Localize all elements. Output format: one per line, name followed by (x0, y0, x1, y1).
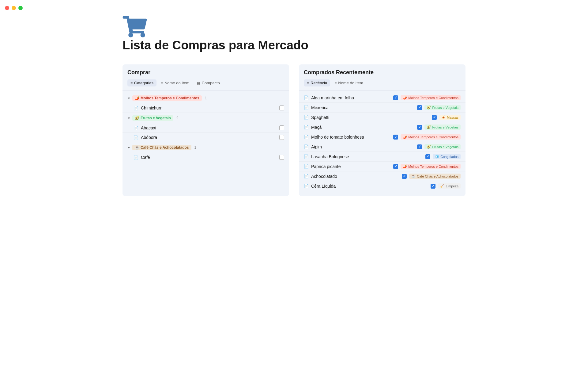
page-content: Lista de Compras para Mercado Comprar ≡ … (98, 16, 490, 220)
doc-icon-r8: 📄 (304, 174, 309, 178)
checkbox-r2[interactable] (432, 115, 437, 120)
badge-r2: 🍝 Massas (439, 115, 461, 120)
toggle-icon: ▼ (127, 97, 130, 100)
badge-r0: 🌶️ Molhos Temperos e Condimentos (401, 95, 461, 100)
molhos-badge: 🌶️ Molhos Temperos e Condimentos (132, 95, 202, 101)
comprar-table: ▼ 🌶️ Molhos Temperos e Condimentos 1 📄 C… (123, 90, 289, 165)
item-cafe[interactable]: 📄 Café (123, 153, 289, 162)
tab-nome-item[interactable]: ≡ Nome do Item (158, 79, 193, 86)
list-icon-3: ≡ (307, 81, 309, 85)
badge-r5: 🥑 Frutas e Vegetais (424, 144, 461, 149)
abobora-checkbox[interactable] (279, 135, 284, 140)
right-item-6[interactable]: 📄 Lasanha Bolognese 🧊 Congelados (299, 152, 466, 162)
checkbox-r9[interactable] (431, 184, 435, 189)
badge-r1: 🥑 Frutas e Vegetais (424, 105, 461, 110)
checkbox-r6[interactable] (425, 154, 430, 159)
checkbox-r4[interactable] (393, 135, 398, 140)
list-icon-2: ≡ (161, 81, 163, 85)
right-item-8[interactable]: 📄 Achocolatado ☕ Café Chás e Achocolatad… (299, 171, 466, 181)
tab-recencia[interactable]: ≡ Recência (304, 79, 330, 86)
checkbox-r8[interactable] (402, 174, 407, 179)
doc-icon-r6: 📄 (304, 154, 309, 159)
badge-r3: 🥑 Frutas e Vegetais (424, 125, 461, 130)
badge-r4: 🌶️ Molhos Temperos e Condimentos (401, 134, 461, 140)
toggle-icon-2: ▼ (127, 117, 130, 120)
list-icon: ≡ (130, 81, 133, 85)
doc-icon: 📄 (134, 106, 138, 110)
grid-icon: ▦ (197, 81, 200, 85)
doc-icon-r3: 📄 (304, 125, 309, 129)
frutas-badge: 🥑 Frutas e Vegetais (132, 115, 173, 121)
doc-icon-4: 📄 (134, 155, 138, 160)
list-icon-4: ≡ (334, 81, 337, 85)
cafe-checkbox[interactable] (279, 155, 284, 160)
checkbox-r7[interactable] (393, 164, 398, 169)
titlebar (0, 0, 588, 16)
category-cafe[interactable]: ▼ ☕ Café Chás e Achocolatados 1 (123, 142, 289, 153)
checkbox-r5[interactable] (417, 144, 422, 149)
toggle-icon-3: ▼ (127, 146, 130, 149)
doc-icon-3: 📄 (134, 135, 138, 140)
main-columns: Comprar ≡ Categorias ≡ Nome do Item ▦ Co… (123, 64, 466, 196)
badge-r7: 🌶️ Molhos Temperos e Condimentos (401, 164, 461, 169)
tab-compacto[interactable]: ▦ Compacto (194, 79, 223, 86)
right-item-2[interactable]: 📄 Spaghetti 🍝 Massas (299, 113, 466, 122)
doc-icon-r5: 📄 (304, 144, 309, 149)
comprados-table: 📄 Alga marinha em folha 🌶️ Molhos Temper… (299, 90, 466, 194)
right-item-9[interactable]: 📄 Cêra Líquida 🧹 Limpeza (299, 181, 466, 191)
minimize-button[interactable] (12, 6, 16, 10)
tab-nome-item-right[interactable]: ≡ Nome do Item (331, 79, 366, 86)
tab-categorias[interactable]: ≡ Categorias (127, 79, 156, 86)
doc-icon-r4: 📄 (304, 135, 309, 139)
right-item-3[interactable]: 📄 Maçã 🥑 Frutas e Vegetais (299, 122, 466, 132)
badge-r6: 🧊 Congelados (433, 154, 461, 159)
item-abacaxi[interactable]: 📄 Abacaxi (123, 123, 289, 133)
right-item-0[interactable]: 📄 Alga marinha em folha 🌶️ Molhos Temper… (299, 93, 466, 103)
abacaxi-checkbox[interactable] (279, 125, 284, 130)
checkbox-r1[interactable] (417, 105, 422, 110)
doc-icon-r1: 📄 (304, 105, 309, 110)
comprar-tabs: ≡ Categorias ≡ Nome do Item ▦ Compacto (123, 79, 289, 90)
chimichurri-checkbox[interactable] (279, 105, 284, 110)
doc-icon-r9: 📄 (304, 184, 309, 188)
item-abobora[interactable]: 📄 Abóbora (123, 133, 289, 142)
category-molhos[interactable]: ▼ 🌶️ Molhos Temperos e Condimentos 1 (123, 93, 289, 103)
comprados-section: Comprados Recentemente ≡ Recência ≡ Nome… (299, 64, 466, 196)
right-item-4[interactable]: 📄 Molho de tomate bolonhesa 🌶️ Molhos Te… (299, 132, 466, 142)
doc-icon-r0: 📄 (304, 95, 309, 100)
doc-icon-r7: 📄 (304, 164, 309, 169)
doc-icon-r2: 📄 (304, 115, 309, 120)
checkbox-r0[interactable] (393, 95, 398, 100)
right-item-7[interactable]: 📄 Páprica picante 🌶️ Molhos Temperos e C… (299, 162, 466, 171)
maximize-button[interactable] (18, 6, 23, 10)
comprar-section: Comprar ≡ Categorias ≡ Nome do Item ▦ Co… (123, 64, 289, 196)
badge-r8: ☕ Café Chás e Achocolatados (409, 174, 461, 179)
category-frutas[interactable]: ▼ 🥑 Frutas e Vegetais 2 (123, 113, 289, 123)
badge-r9: 🧹 Limpeza (438, 183, 461, 189)
comprados-tabs: ≡ Recência ≡ Nome do Item (299, 79, 466, 90)
doc-icon-2: 📄 (134, 126, 138, 130)
right-item-1[interactable]: 📄 Mexerica 🥑 Frutas e Vegetais (299, 103, 466, 113)
page-icon (123, 16, 466, 38)
right-item-5[interactable]: 📄 Aipim 🥑 Frutas e Vegetais (299, 142, 466, 152)
page-title: Lista de Compras para Mercado (123, 38, 466, 52)
cafe-badge: ☕ Café Chás e Achocolatados (132, 145, 191, 150)
checkbox-r3[interactable] (417, 125, 422, 130)
comprados-title: Comprados Recentemente (299, 69, 466, 79)
item-chimichurri[interactable]: 📄 Chimichurri (123, 103, 289, 113)
comprar-title: Comprar (123, 69, 289, 79)
close-button[interactable] (5, 6, 9, 10)
